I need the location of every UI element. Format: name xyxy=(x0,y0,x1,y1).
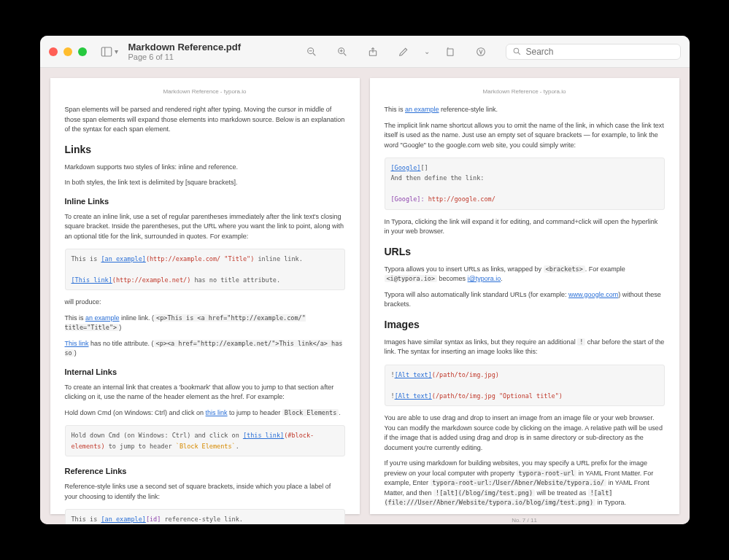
body-text: Markdown supports two styles of links: i… xyxy=(65,163,345,173)
sidebar-icon xyxy=(100,45,113,58)
heading-links: Links xyxy=(65,144,345,155)
window-controls xyxy=(49,47,87,56)
pdf-page-6: Markdown Reference - typora.io Span elem… xyxy=(50,78,360,514)
svg-line-6 xyxy=(344,53,346,55)
chevron-down-icon: ▾ xyxy=(115,47,118,55)
body-text: This is an example reference-style link. xyxy=(385,105,665,115)
intro-text: Span elements will be parsed and rendere… xyxy=(65,105,345,135)
app-window: ▾ Markdown Reference.pdf Page 6 of 11 ⌄ … xyxy=(40,36,690,524)
body-text: This is an example inline link. (<p>This… xyxy=(65,314,345,333)
annotate-button[interactable] xyxy=(393,42,414,62)
titlebar: ▾ Markdown Reference.pdf Page 6 of 11 ⌄ xyxy=(40,36,690,68)
svg-rect-0 xyxy=(101,47,112,56)
code-block: This is [an example](http://example.com/… xyxy=(65,249,345,290)
heading-urls: URLs xyxy=(385,246,665,257)
page-footer: No. 7 / 11 xyxy=(385,511,665,524)
heading-inline-links: Inline Links xyxy=(65,197,345,206)
annotate-menu-chevron[interactable]: ⌄ xyxy=(424,47,430,55)
body-text: Typora will also automatically link stan… xyxy=(385,290,665,310)
code-block: This is [an example][id] reference-style… xyxy=(65,509,345,524)
page-header: Markdown Reference - typora.io xyxy=(65,88,345,95)
body-text: This link has no title attribute. (<p><a… xyxy=(65,339,345,359)
title-block: Markdown Reference.pdf Page 6 of 11 xyxy=(128,42,242,61)
document-viewport[interactable]: Markdown Reference - typora.io Span elem… xyxy=(40,68,690,524)
body-text: Reference-style links use a second set o… xyxy=(65,482,345,502)
sidebar-toggle[interactable]: ▾ xyxy=(100,45,118,58)
code-block: ![Alt text](/path/to/img.jpg) ![Alt text… xyxy=(385,365,665,406)
search-box[interactable] xyxy=(506,44,681,60)
page-indicator: Page 6 of 11 xyxy=(128,52,242,61)
heading-internal-links: Internal Links xyxy=(65,368,345,376)
page-header: Markdown Reference - typora.io xyxy=(385,88,665,95)
search-icon xyxy=(512,47,522,56)
minimize-button[interactable] xyxy=(63,47,72,56)
close-button[interactable] xyxy=(49,47,58,56)
document-title: Markdown Reference.pdf xyxy=(128,42,242,52)
body-text: In Typora, clicking the link will expand… xyxy=(385,217,665,237)
search-input[interactable] xyxy=(526,47,674,57)
rotate-button[interactable] xyxy=(440,42,460,62)
zoom-in-button[interactable] xyxy=(332,42,352,62)
body-text: Images have similar syntax as links, but… xyxy=(385,338,665,357)
body-text: To create an inline link, use a set of r… xyxy=(65,212,345,242)
code-block: [Google][] And then define the link: [Go… xyxy=(385,158,665,210)
svg-rect-11 xyxy=(447,49,453,55)
body-text: will produce: xyxy=(65,298,345,308)
toolbar: ⌄ xyxy=(301,42,491,62)
pdf-page-7: Markdown Reference - typora.io This is a… xyxy=(370,78,679,514)
code-block: Hold down Cmd (on Windows: Ctrl) and cli… xyxy=(65,425,345,456)
fullscreen-button[interactable] xyxy=(78,47,87,56)
markup-button[interactable] xyxy=(471,42,491,62)
share-button[interactable] xyxy=(363,42,383,62)
svg-line-3 xyxy=(313,53,315,55)
body-text: If you're using markdown for building we… xyxy=(385,459,665,508)
heading-reference-links: Reference Links xyxy=(65,467,345,475)
body-text: To create an internal link that creates … xyxy=(65,383,345,402)
body-text: Hold down Cmd (on Windows: Ctrl) and cli… xyxy=(65,408,345,419)
body-text: Typora allows you to insert URLs as link… xyxy=(385,265,665,284)
heading-images: Images xyxy=(385,319,665,330)
body-text: In both styles, the link text is delimit… xyxy=(65,178,345,188)
svg-point-13 xyxy=(514,48,519,53)
svg-line-14 xyxy=(518,52,520,55)
body-text: The implicit link name shortcut allows y… xyxy=(385,121,665,151)
zoom-out-button[interactable] xyxy=(301,42,322,62)
body-text: You are able to use drag and drop to ins… xyxy=(385,413,665,453)
